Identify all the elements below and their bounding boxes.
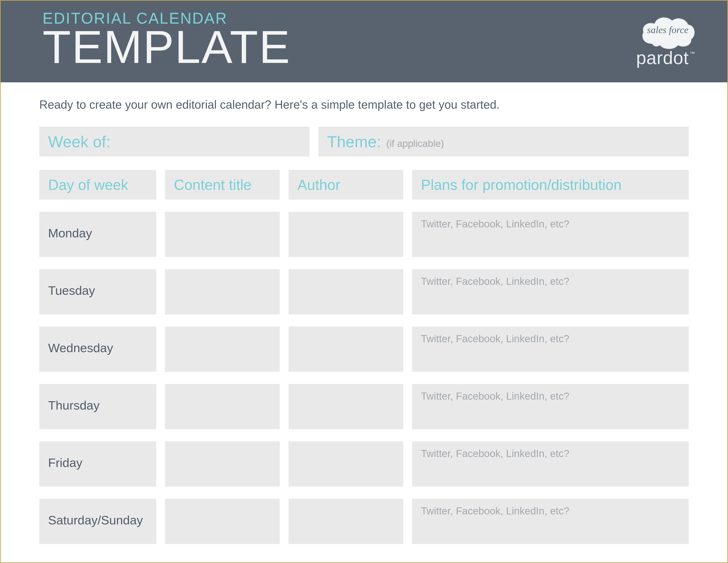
plans-cell[interactable]: Twitter, Facebook, LinkedIn, etc?: [412, 441, 689, 487]
column-header-author: Author: [289, 170, 403, 199]
cloud-icon: sales force: [639, 13, 696, 49]
week-of-field[interactable]: Week of:: [39, 127, 310, 156]
content-title-cell[interactable]: [165, 212, 280, 257]
author-cell[interactable]: [289, 327, 403, 372]
column-header-day: Day of week: [39, 170, 156, 199]
logo: sales force pardot™: [602, 13, 696, 68]
column-header-plans: Plans for promotion/distribution: [412, 170, 689, 199]
svg-text:sales
            force: sales force: [647, 24, 689, 35]
column-header-title: Content title: [165, 170, 280, 199]
day-cell: Thursday: [39, 384, 156, 429]
day-cell: Saturday/Sunday: [39, 499, 156, 544]
logo-brand-text: pardot™: [602, 47, 696, 68]
plans-cell[interactable]: Twitter, Facebook, LinkedIn, etc?: [412, 327, 689, 372]
theme-field[interactable]: Theme: (if applicable): [318, 127, 689, 156]
calendar-grid: Day of week Monday Tuesday Wednesday Thu…: [39, 170, 689, 544]
body: Ready to create your own editorial calen…: [1, 82, 727, 544]
page: EDITORIAL CALENDAR TEMPLATE sales force …: [0, 0, 728, 563]
column-plans: Plans for promotion/distribution Twitter…: [412, 170, 689, 544]
author-cell[interactable]: [289, 269, 403, 315]
day-cell: Tuesday: [39, 269, 156, 315]
plans-cell[interactable]: Twitter, Facebook, LinkedIn, etc?: [412, 499, 689, 544]
column-day: Day of week Monday Tuesday Wednesday Thu…: [39, 170, 156, 544]
header-band: EDITORIAL CALENDAR TEMPLATE sales force …: [1, 1, 727, 82]
author-cell[interactable]: [289, 384, 403, 429]
content-title-cell[interactable]: [165, 327, 280, 372]
content-title-cell[interactable]: [165, 384, 280, 429]
plans-cell[interactable]: Twitter, Facebook, LinkedIn, etc?: [412, 269, 689, 315]
theme-label: Theme:: [327, 133, 381, 151]
plans-cell[interactable]: Twitter, Facebook, LinkedIn, etc?: [412, 384, 689, 429]
theme-hint: (if applicable): [386, 138, 444, 149]
content-title-cell[interactable]: [165, 499, 280, 544]
day-cell: Friday: [39, 441, 156, 487]
author-cell[interactable]: [289, 212, 403, 257]
meta-row: Week of: Theme: (if applicable): [39, 127, 689, 156]
author-cell[interactable]: [289, 499, 403, 544]
content-title-cell[interactable]: [165, 441, 280, 487]
author-cell[interactable]: [289, 441, 403, 487]
content-title-cell[interactable]: [165, 269, 280, 315]
logo-pardot-label: pardot: [636, 48, 689, 68]
intro-text: Ready to create your own editorial calen…: [39, 98, 689, 111]
plans-cell[interactable]: Twitter, Facebook, LinkedIn, etc?: [412, 212, 689, 257]
day-cell: Monday: [39, 212, 156, 257]
trademark-symbol: ™: [690, 51, 695, 56]
week-of-label: Week of:: [48, 133, 111, 151]
column-author: Author: [289, 170, 403, 544]
day-cell: Wednesday: [39, 327, 156, 372]
column-content-title: Content title: [165, 170, 280, 544]
